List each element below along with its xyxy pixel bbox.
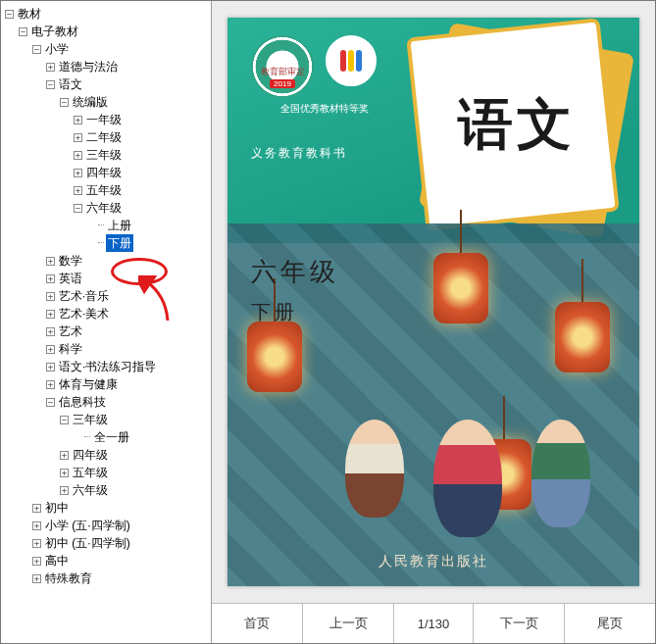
collapse-icon[interactable]: − [46, 80, 55, 89]
tree-item-vol-lower[interactable]: 下册 [87, 234, 211, 252]
tree-item-it-g6[interactable]: +六年级 [60, 481, 211, 499]
tree-item-grade3[interactable]: +三年级 [74, 146, 211, 164]
expand-icon[interactable]: + [32, 521, 41, 530]
tree-root: − 教材 − 电子教材 − 小学 [1, 1, 211, 591]
tree-item-it-g4[interactable]: +四年级 [60, 446, 211, 464]
expand-icon[interactable]: + [32, 557, 41, 566]
expand-icon[interactable]: + [60, 469, 69, 477]
collapse-icon[interactable]: − [46, 398, 55, 407]
tree-item-it-g5[interactable]: +五年级 [60, 464, 211, 481]
expand-icon[interactable]: + [32, 574, 41, 583]
expand-icon[interactable]: + [60, 451, 69, 460]
tree-item-grade6[interactable]: −六年级 [74, 199, 211, 217]
tree-item-vol-upper[interactable]: 上册 [87, 217, 211, 234]
expand-icon[interactable]: + [74, 186, 82, 195]
tree-item-unified[interactable]: −统编版 [60, 93, 211, 111]
expand-icon[interactable]: + [32, 539, 41, 548]
expand-icon[interactable]: + [46, 310, 55, 319]
tree-item-art[interactable]: +艺术 [46, 322, 211, 340]
tree-item-senior[interactable]: +高中 [32, 552, 211, 570]
tree-item-grade1[interactable]: +一年级 [74, 111, 211, 128]
tree-item-grade4[interactable]: +四年级 [74, 164, 211, 181]
first-page-button[interactable]: 首页 [212, 604, 303, 643]
tree-item-grade5[interactable]: +五年级 [74, 181, 211, 199]
textbook-cover: 教育部审定 2019 全国优秀教材特等奖 义务教育教科书 语文 [227, 18, 639, 586]
tree-item-textbooks[interactable]: − 教材 [5, 5, 211, 23]
tree-item-it-g3-all[interactable]: 全一册 [74, 428, 211, 446]
expand-icon[interactable]: + [46, 363, 55, 372]
tree-item-morality[interactable]: +道德与法治 [46, 58, 211, 75]
tree-item-art-music[interactable]: +艺术·音乐 [46, 287, 211, 305]
page-indicator: 1/130 [394, 604, 474, 643]
collapse-icon[interactable]: − [5, 10, 14, 19]
prev-page-button[interactable]: 上一页 [303, 604, 394, 643]
page-viewer[interactable]: 教育部审定 2019 全国优秀教材特等奖 义务教育教科书 语文 [212, 1, 655, 603]
expand-icon[interactable]: + [60, 486, 69, 495]
tree-item-science[interactable]: +科学 [46, 340, 211, 358]
last-page-button[interactable]: 尾页 [565, 604, 655, 643]
collapse-icon[interactable]: − [32, 45, 41, 54]
volume-label: 下册 [251, 297, 339, 326]
tree-item-special[interactable]: +特殊教育 [32, 570, 211, 587]
tree-item-etextbook[interactable]: − 电子教材 [19, 23, 211, 40]
tree-sidebar[interactable]: − 教材 − 电子教材 − 小学 [1, 1, 212, 643]
expand-icon[interactable]: + [74, 151, 82, 160]
tree-item-math[interactable]: +数学 [46, 252, 211, 270]
tree-item-junior54[interactable]: +初中 (五·四学制) [32, 534, 211, 552]
expand-icon[interactable]: + [46, 274, 55, 283]
collapse-icon[interactable]: − [60, 98, 69, 107]
tree-item-pe-health[interactable]: +体育与健康 [46, 375, 211, 393]
grade-label: 六年级 [251, 253, 339, 291]
collapse-icon[interactable]: − [74, 204, 82, 213]
publisher-label: 人民教育出版社 [227, 553, 639, 570]
collapse-icon[interactable]: − [60, 416, 69, 424]
expand-icon[interactable]: + [46, 345, 55, 354]
tree-item-primary[interactable]: − 小学 [32, 40, 211, 58]
expand-icon[interactable]: + [46, 257, 55, 266]
expand-icon[interactable]: + [46, 380, 55, 389]
tree-item-grade2[interactable]: +二年级 [74, 128, 211, 146]
tree-item-calligraphy[interactable]: +语文·书法练习指导 [46, 358, 211, 375]
tree-item-primary54[interactable]: +小学 (五·四学制) [32, 517, 211, 534]
tree-item-junior[interactable]: +初中 [32, 499, 211, 517]
expand-icon[interactable]: + [46, 292, 55, 301]
collapse-icon[interactable]: − [19, 27, 27, 36]
tree-item-chinese[interactable]: −语文 [46, 75, 211, 93]
tree-item-info-tech[interactable]: −信息科技 [46, 393, 211, 411]
pager-toolbar: 首页 上一页 1/130 下一页 尾页 [212, 603, 655, 643]
expand-icon[interactable]: + [74, 116, 82, 124]
expand-icon[interactable]: + [74, 169, 82, 177]
tree-item-art-fineart[interactable]: +艺术·美术 [46, 305, 211, 322]
tree-item-it-g3[interactable]: −三年级 [60, 411, 211, 428]
expand-icon[interactable]: + [32, 504, 41, 513]
content-pane: 教育部审定 2019 全国优秀教材特等奖 义务教育教科书 语文 [212, 1, 655, 643]
expand-icon[interactable]: + [46, 327, 55, 336]
expand-icon[interactable]: + [46, 63, 55, 72]
app-window: − 教材 − 电子教材 − 小学 [0, 0, 656, 644]
tree-item-english[interactable]: +英语 [46, 270, 211, 287]
expand-icon[interactable]: + [74, 133, 82, 142]
next-page-button[interactable]: 下一页 [474, 604, 565, 643]
